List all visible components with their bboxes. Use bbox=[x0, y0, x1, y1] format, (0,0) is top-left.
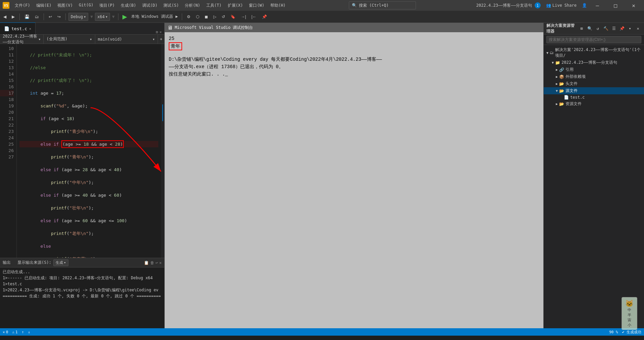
nav-down-button[interactable]: ↓ bbox=[28, 330, 30, 334]
add-nav-button[interactable]: + bbox=[158, 37, 164, 42]
scroll-position-indicator bbox=[162, 104, 163, 121]
se-search-input[interactable] bbox=[546, 36, 641, 43]
chevron-scope-icon: ▾ bbox=[90, 37, 92, 42]
sources-icon: 📂 bbox=[559, 89, 564, 93]
debug-config-label: Debug bbox=[71, 14, 83, 19]
scope-nav-dropdown[interactable]: (全局范围) ▾ bbox=[44, 35, 95, 44]
se-search-panel[interactable] bbox=[544, 35, 644, 45]
status-errors[interactable]: ✕ 0 bbox=[3, 330, 8, 334]
menu-help[interactable]: 帮助(H) bbox=[268, 2, 288, 9]
se-icon-1[interactable]: ⊞ bbox=[578, 25, 585, 32]
run-button[interactable]: ▶ bbox=[121, 13, 128, 20]
func-nav-dropdown[interactable]: main(void) ▾ bbox=[95, 35, 158, 44]
toolbar-extra-3[interactable]: ◼ bbox=[203, 14, 210, 20]
toolbar-extra-9[interactable]: 📌 bbox=[260, 14, 269, 20]
toolbar-extra-1[interactable]: ⚙ bbox=[185, 14, 193, 20]
code-line-18: printf("青年\n"); bbox=[19, 154, 158, 160]
output-line-5: ========== 生成: 成功 1 个, 失败 0 个, 最新 0 个, 跳… bbox=[3, 293, 162, 299]
toolbar-redo-button[interactable]: ↪ bbox=[55, 14, 63, 20]
se-icon-3[interactable]: ↺ bbox=[594, 25, 601, 32]
maximize-button[interactable]: □ bbox=[608, 0, 623, 11]
se-close-icon[interactable]: ✕ bbox=[635, 25, 641, 32]
menu-file[interactable]: 文件(F) bbox=[12, 2, 33, 9]
toolbar-undo-button[interactable]: ↩ bbox=[47, 14, 54, 20]
console-title: Microsoft Visual Studio 调试控制台 bbox=[175, 25, 253, 31]
menu-test[interactable]: 测试(S) bbox=[161, 2, 181, 9]
menu-debug[interactable]: 调试(D) bbox=[140, 2, 160, 9]
live-share-label: Live Share bbox=[552, 3, 577, 8]
tree-item-references[interactable]: ▶ 🔗 引用 bbox=[544, 66, 644, 73]
toolbar-extra-5[interactable]: ↺ bbox=[220, 14, 227, 20]
toolbar-extra-6[interactable]: 🔖 bbox=[228, 14, 237, 20]
toolbar-save-all-button[interactable]: 🗂 bbox=[33, 14, 41, 20]
se-icon-4[interactable]: 🔨 bbox=[602, 25, 609, 32]
output-wrap-icon[interactable]: ↩ bbox=[156, 260, 158, 265]
references-label: 引用 bbox=[566, 67, 574, 72]
tree-item-solution[interactable]: ▼ 🗂 解决方案'2022.4.23——博客——分支语句'(1个项目/ bbox=[544, 46, 644, 59]
output-close-icon[interactable]: ✕ bbox=[159, 260, 162, 265]
chevron-down-icon: ▾ bbox=[84, 14, 86, 19]
debug-config-dropdown[interactable]: Debug ▾ bbox=[68, 13, 88, 21]
se-pin-icon[interactable]: 📌 bbox=[619, 25, 625, 32]
panel-header-icons: ⊞ 🔍 ↺ 🔨 ☰ 📌 ▾ ✕ bbox=[578, 25, 641, 32]
console-input-value: 25 bbox=[169, 35, 539, 42]
minimize-button[interactable]: — bbox=[590, 0, 605, 11]
menu-project[interactable]: 项目(P) bbox=[97, 2, 117, 9]
file-nav-dropdown[interactable]: 2022.4.23——博客——分支语句 ▾ bbox=[0, 35, 44, 44]
split-editor-icon[interactable]: ⊞ bbox=[156, 30, 158, 34]
menu-edit[interactable]: 编辑(E) bbox=[34, 2, 54, 9]
close-button[interactable]: ✕ bbox=[626, 0, 641, 11]
tree-item-resources[interactable]: ▶ 📂 资源文件 bbox=[544, 100, 644, 107]
console-titlebar: 🖥 Microsoft Visual Studio 调试控制台 bbox=[165, 23, 543, 32]
menu-window[interactable]: 窗口(W) bbox=[246, 2, 267, 9]
tab-test-c[interactable]: 📄 test.c ✕ bbox=[0, 22, 36, 34]
se-icon-2[interactable]: 🔍 bbox=[586, 25, 593, 32]
menu-git[interactable]: Git(G) bbox=[76, 2, 96, 9]
ext-deps-label: 外部依赖项 bbox=[566, 74, 586, 80]
output-content: 已启动生成... 1>------ 已启动生成: 项目: 2022.4.23—博… bbox=[0, 268, 164, 328]
toolbar-extra-8[interactable]: |← bbox=[250, 14, 259, 20]
tree-arrow-references: ▶ bbox=[556, 68, 558, 71]
platform-dropdown[interactable]: x64 ▾ bbox=[95, 13, 110, 21]
se-icon-5[interactable]: ☰ bbox=[610, 25, 617, 32]
chevron-down-icon-2: ▾ bbox=[105, 14, 108, 19]
toolbar-extra-2[interactable]: ⬡ bbox=[194, 14, 201, 20]
nav-up-button[interactable]: ↑ bbox=[22, 330, 24, 334]
tree-item-ext-deps[interactable]: ▶ 📦 外部依赖项 bbox=[544, 73, 644, 80]
code-line-16: printf("青少年\n"); bbox=[19, 128, 158, 135]
menu-view[interactable]: 视图(V) bbox=[55, 2, 75, 9]
tree-item-test-c[interactable]: 📄 test.c bbox=[544, 94, 644, 100]
tree-item-project[interactable]: ▼ 📁 2022.4.23——博客——分支语句 bbox=[544, 59, 644, 66]
toolbar-extra-4[interactable]: ▷ bbox=[211, 14, 218, 20]
tree-item-headers[interactable]: ▶ 📂 头文件 bbox=[544, 80, 644, 87]
title-bar: VS 文件(F) 编辑(E) 视图(V) Git(G) 项目(P) 生成(B) … bbox=[0, 0, 644, 11]
console-content: 25 青年 D:\杂货铺\编程\gitee\Coding every day 每… bbox=[165, 32, 543, 328]
output-copy-icon[interactable]: 📋 bbox=[144, 260, 149, 265]
tab-close-button[interactable]: ✕ bbox=[29, 27, 31, 31]
code-content[interactable]: // printf("未成年！ \n"); //else // printf("… bbox=[17, 44, 161, 258]
menu-tools[interactable]: 工具(T) bbox=[204, 2, 224, 9]
code-line-22: printf("壮年\n"); bbox=[19, 205, 158, 211]
toolbar-extra-7[interactable]: →| bbox=[239, 14, 248, 20]
status-warnings[interactable]: ⚠ 1 bbox=[12, 330, 17, 334]
menu-build[interactable]: 生成(B) bbox=[118, 2, 139, 9]
code-line-12: // printf("成年了！ \n"); bbox=[19, 77, 158, 84]
title-search-bar[interactable]: 🔍 搜索 (Ctrl+Q) bbox=[349, 1, 416, 9]
headers-icon: 📂 bbox=[559, 82, 564, 86]
tree-item-sources[interactable]: ▼ 📂 源文件 bbox=[544, 87, 644, 94]
platform-label: x64 bbox=[97, 14, 105, 19]
se-chevron-icon[interactable]: ▾ bbox=[627, 25, 633, 32]
notification-badge[interactable]: 1 bbox=[535, 2, 541, 8]
zoom-level[interactable]: 90 % bbox=[609, 330, 618, 334]
menu-analyze[interactable]: 分析(N) bbox=[182, 2, 203, 9]
live-share-button[interactable]: 👥 Live Share bbox=[543, 2, 579, 8]
code-editor[interactable]: 10 11 12 13 14 15 16 17 18 19 20 21 22 2… bbox=[0, 44, 164, 258]
profile-icon[interactable]: 👤 bbox=[582, 3, 587, 8]
output-source-dropdown[interactable]: 生成 ▾ bbox=[53, 259, 68, 266]
toolbar-forward-button[interactable]: ▶ bbox=[10, 14, 17, 20]
toolbar-back-button[interactable]: ◀ bbox=[1, 14, 8, 20]
close-editor-icon[interactable]: ✕ bbox=[159, 30, 162, 34]
output-clear-icon[interactable]: 🗑 bbox=[150, 260, 154, 265]
menu-extend[interactable]: 扩展(X) bbox=[225, 2, 246, 9]
toolbar-save-button[interactable]: 💾 bbox=[22, 14, 32, 20]
